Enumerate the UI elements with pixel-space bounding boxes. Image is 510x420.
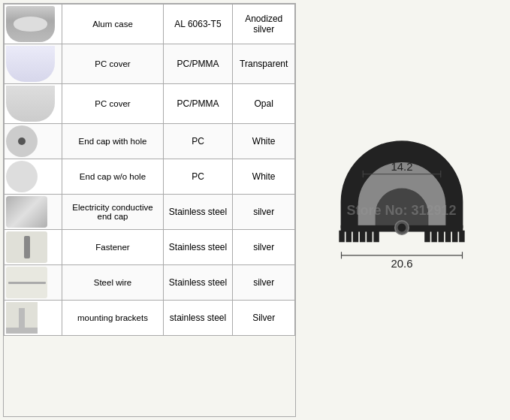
table-row: End cap with holePCWhite bbox=[5, 124, 295, 159]
part-name: Alum case bbox=[62, 5, 163, 44]
part-material: Stainless steel bbox=[163, 230, 233, 265]
table-row: PC coverPC/PMMATransparent bbox=[5, 44, 295, 84]
part-color: White bbox=[233, 159, 295, 195]
svg-rect-10 bbox=[445, 231, 450, 241]
svg-rect-11 bbox=[452, 231, 457, 241]
svg-rect-8 bbox=[432, 231, 436, 241]
part-name: PC cover bbox=[62, 84, 163, 124]
part-material: PC bbox=[163, 124, 233, 159]
part-color: White bbox=[233, 124, 295, 159]
svg-point-14 bbox=[398, 224, 405, 231]
table-row: Steel wireStainless steelsilver bbox=[5, 265, 295, 301]
part-name: Steel wire bbox=[62, 265, 163, 301]
specs-table: Alum caseAL 6063-T5Anodized silverPC cov… bbox=[4, 4, 295, 336]
part-name: Fastener bbox=[62, 230, 163, 265]
part-color: silver bbox=[233, 230, 295, 265]
svg-rect-7 bbox=[425, 231, 430, 241]
table-row: FastenerStainless steelsilver bbox=[5, 230, 295, 265]
part-color: Transparent bbox=[233, 44, 295, 84]
thumbnail-cell bbox=[5, 195, 62, 230]
svg-rect-5 bbox=[367, 231, 372, 241]
thumb-end-cap-nohole bbox=[6, 161, 38, 192]
part-color: Opal bbox=[233, 84, 295, 124]
svg-rect-1 bbox=[339, 231, 344, 241]
part-name: PC cover bbox=[62, 44, 163, 84]
part-material: PC/PMMA bbox=[163, 84, 233, 124]
thumb-pc-cover-opal bbox=[6, 86, 55, 122]
main-container: Alum caseAL 6063-T5Anodized silverPC cov… bbox=[0, 0, 510, 420]
svg-rect-3 bbox=[353, 231, 358, 241]
table-row: PC coverPC/PMMAOpal bbox=[5, 84, 295, 124]
part-material: PC/PMMA bbox=[163, 44, 233, 84]
table-row: Electricity conductive end capStainless … bbox=[5, 195, 295, 230]
table-row: mounting bracketsstainless steelSilver bbox=[5, 301, 295, 336]
part-material: PC bbox=[163, 159, 233, 195]
thumbnail-cell bbox=[5, 84, 62, 124]
svg-rect-2 bbox=[346, 231, 351, 241]
thumb-pc-cover-transparent bbox=[6, 46, 55, 82]
diagram-section: Store No: 312912 bbox=[296, 3, 507, 417]
part-material: Stainless steel bbox=[163, 265, 233, 301]
table-row: Alum caseAL 6063-T5Anodized silver bbox=[5, 5, 295, 44]
part-color: silver bbox=[233, 265, 295, 301]
thumbnail-cell bbox=[5, 301, 62, 336]
watermark: Store No: 312912 bbox=[346, 202, 456, 218]
table-row: End cap w/o holePCWhite bbox=[5, 159, 295, 195]
dim-bottom-label: 20.6 bbox=[391, 256, 412, 269]
thumb-fastener bbox=[6, 231, 47, 263]
part-material: AL 6063-T5 bbox=[163, 5, 233, 44]
thumb-end-cap-hole bbox=[6, 125, 38, 157]
part-name: Electricity conductive end cap bbox=[62, 195, 163, 230]
part-name: End cap with hole bbox=[62, 124, 163, 159]
svg-rect-9 bbox=[439, 231, 443, 241]
thumbnail-cell bbox=[5, 5, 62, 44]
thumb-electricity-end-cap bbox=[6, 196, 47, 228]
part-color: silver bbox=[233, 195, 295, 230]
thumb-alum-case bbox=[6, 6, 55, 42]
part-color: Silver bbox=[233, 301, 295, 336]
thumbnail-cell bbox=[5, 44, 62, 84]
thumbnail-cell bbox=[5, 230, 62, 265]
svg-rect-12 bbox=[460, 231, 464, 241]
part-material: stainless steel bbox=[163, 301, 233, 336]
thumbnail-cell bbox=[5, 124, 62, 159]
diagram-wrap: Store No: 312912 bbox=[308, 98, 496, 323]
part-name: End cap w/o hole bbox=[62, 159, 163, 195]
part-material: Stainless steel bbox=[163, 195, 233, 230]
thumbnail-cell bbox=[5, 265, 62, 301]
svg-rect-4 bbox=[360, 231, 364, 241]
dim-top-label: 14.2 bbox=[391, 160, 412, 173]
svg-rect-6 bbox=[374, 231, 379, 241]
thumbnail-cell bbox=[5, 159, 62, 195]
thumb-steel-wire bbox=[6, 267, 47, 298]
thumb-mounting-brackets bbox=[6, 302, 38, 334]
table-section: Alum caseAL 6063-T5Anodized silverPC cov… bbox=[3, 3, 296, 417]
part-color: Anodized silver bbox=[233, 5, 295, 44]
part-name: mounting brackets bbox=[62, 301, 163, 336]
